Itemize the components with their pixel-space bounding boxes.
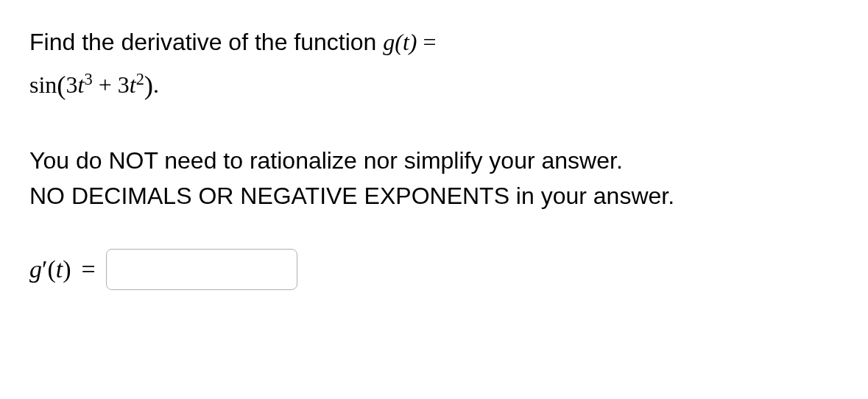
sin-text: sin — [29, 71, 57, 98]
instructions-line-2: NO DECIMALS OR NEGATIVE EXPONENTS in you… — [29, 178, 839, 213]
question-line-2: sin(3t3 + 3t2). — [29, 64, 839, 107]
answer-g: g — [29, 255, 42, 283]
term1-coeff: 3 — [66, 71, 78, 98]
answer-close-paren: ) — [63, 255, 71, 283]
instructions-line-1: You do NOT need to rationalize nor simpl… — [29, 143, 839, 178]
open-paren: ( — [57, 70, 66, 100]
plus-sign: + — [93, 71, 118, 98]
question-prompt-prefix: Find the derivative of the function — [29, 29, 383, 55]
term2-coeff: 3 — [118, 71, 130, 98]
function-lhs: g(t) — [383, 29, 417, 55]
term1-exp: 3 — [85, 70, 93, 88]
answer-input[interactable] — [106, 249, 297, 290]
term2-var: t — [130, 71, 136, 98]
question-line-1: Find the derivative of the function g(t)… — [29, 24, 839, 61]
answer-label: g′(t) — [29, 255, 71, 283]
answer-row: g′(t) = — [29, 249, 839, 290]
instructions-block: You do NOT need to rationalize nor simpl… — [29, 143, 839, 213]
answer-var: t — [56, 255, 63, 283]
close-paren: ) — [144, 70, 153, 100]
term1-var: t — [78, 71, 85, 98]
equals-sign: = — [417, 29, 436, 55]
answer-open-paren: ( — [47, 255, 55, 283]
answer-equals: = — [82, 255, 96, 283]
term2-exp: 2 — [136, 70, 144, 88]
period: . — [153, 71, 159, 98]
